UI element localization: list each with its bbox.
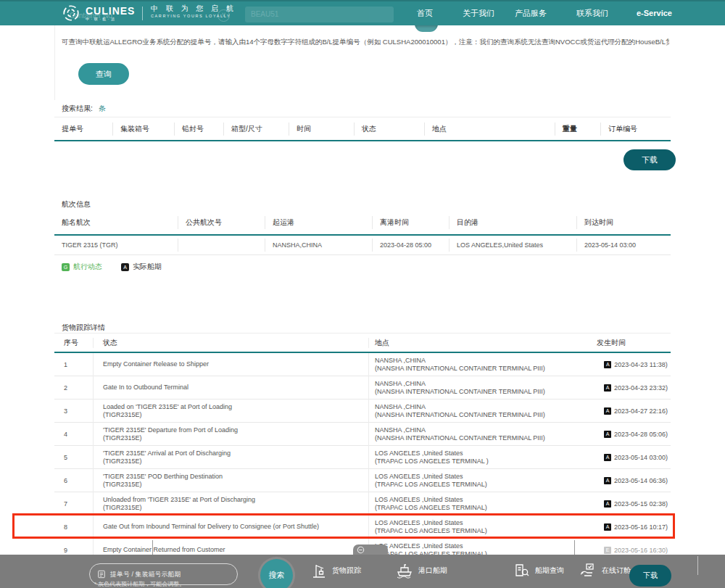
event-location: LOS ANGELES ,United States [375,519,597,527]
event-location-line2: (NANSHA INTERNATIONAL CONTAINER TERMINAL… [375,388,597,396]
pod-value: LOS ANGELES,United States [449,239,576,252]
schedule-type-icon: A [604,384,611,392]
event-status-line2: (TIGR2315E) [103,411,368,419]
row-seq: 6 [64,477,93,484]
tool-cargo-tracking-label: 货物跟踪 [332,566,361,576]
event-status: Gate In to Outbound Terminal [103,384,368,392]
col-vessel-voyage: 船名航次 [54,216,178,229]
culines-knot-icon [62,4,80,22]
event-location-line2: (NANSHA INTERNATIONAL CONTAINER TERMINAL… [375,411,597,419]
download-button-bottom[interactable]: 下载 [629,565,671,587]
col-pod: 目的港 [449,216,576,229]
actual-schedule-icon: A [121,263,129,271]
event-location: LOS ANGELES ,United States [375,450,597,457]
event-location: NANSHA ,CHINA [375,357,597,365]
slogan: 中 联 为 您 启 航 CARRYING YOURS LOYALLY [151,5,236,19]
schedule-type-icon: A [604,500,611,508]
event-location-line2: (NANSHA INTERNATIONAL CONTAINER TERMINAL… [375,365,597,373]
event-time: 2023-05-14 03:00) [614,454,668,461]
booking-icon [579,562,597,579]
row-seq: 9 [64,547,93,554]
col-type-size: 箱型/尺寸 [223,123,289,136]
tracking-row: 5 'TIGER 2315E' Arrival at Port of Disch… [54,446,671,469]
voyage-table-header: 船名航次 公共航次号 起运港 离港时间 目的港 到达时间 [54,211,671,236]
event-location-line2: (TRAPAC LOS ANGELES TERMINAL) [375,504,597,512]
event-time: 2023-05-15 02:38) [614,500,668,508]
nav-home[interactable]: 首页 [417,1,433,25]
page: Container No. ∨ BEAU51 CULINES 中·联·航·运 中… [0,0,725,588]
event-time: 2023-05-16 16:30) [614,547,668,554]
nav-contact[interactable]: 联系我们 [576,1,608,25]
brand-sub: 中·联·航·运 [86,17,135,21]
toolbar-divider [697,556,698,575]
quick-search-button[interactable]: 搜索 [260,559,293,588]
event-status: Unloaded from 'TIGER 2315E' at Port of D… [103,496,368,504]
tool-cargo-tracking[interactable]: 货物跟踪 [310,562,361,579]
col-event-location: 地点 [368,338,597,348]
col-eta: 到达时间 [576,216,671,229]
row-seq: 8 [64,523,93,531]
row-seq: 3 [64,407,93,415]
schedule-search-icon [513,562,531,579]
event-location: LOS ANGELES ,United States [375,542,597,550]
tracking-row: 2 Gate In to Outbound Terminal NANSHA ,C… [54,376,671,399]
event-location: NANSHA ,CHINA [375,426,597,434]
tracking-row: 3 Loaded on 'TIGER 2315E' at Port of Loa… [54,399,671,423]
col-time: 时间 [289,123,354,136]
event-status: Empty Container Returned from Customer [103,546,368,554]
document-icon [97,570,106,579]
collapse-minus-icon [357,546,365,554]
schedule-type-icon: A [604,361,611,368]
legend-actual-schedule: A 实际船期 [121,262,162,272]
tool-port-schedule[interactable]: 港口船期 [395,562,447,579]
col-seal-no: 铅封号 [174,123,223,136]
col-container-no: 集装箱号 [112,123,174,136]
brand-block: CULINES 中·联·航·运 [86,6,135,21]
nav-about[interactable]: 关于我们 [463,1,494,25]
event-status: 'TIGER 2315E' Arrival at Port of Dischar… [103,450,368,457]
tracking-row: 1 Empty Container Release to Shipper NAN… [54,353,671,376]
tool-online-booking-label: 在线订舱 [602,566,631,576]
nav-products[interactable]: 产品服务 [515,1,547,25]
crane-icon [310,562,328,579]
event-location: NANSHA ,CHINA [375,403,597,411]
event-status-line2: (TIGR2315E) [103,457,368,465]
voyage-row: TIGER 2315 (TGR) NANSHA,CHINA 2023-04-28… [54,236,671,255]
col-order-no: 订单编号 [600,123,671,136]
brand-name: CULINES [86,6,135,16]
col-status: 状态 [354,123,424,136]
tool-online-booking[interactable]: 在线订舱 [579,562,631,579]
sailing-status-icon: G [62,263,70,271]
etd-value: 2023-04-28 05:00 [372,239,449,252]
event-status-line2: (TIGR2315E) [103,481,368,489]
download-button[interactable]: 下载 [624,149,676,170]
results-count-unit[interactable]: 条 [99,104,106,112]
tracking-section-title: 货物跟踪详情 [62,323,105,333]
schedule-type-icon: A [604,407,611,415]
tracking-table: 序号 状态 地点 发生时间 1 Empty Container Release … [54,333,671,562]
row-seq: 1 [64,361,93,368]
legend-sailing-status[interactable]: G 航行动态 [62,262,102,272]
tracking-row: 4 'TIGER 2315E' Departure from Port of L… [54,423,671,446]
tool-schedule-search[interactable]: 船期查询 [513,562,564,579]
row-seq: 5 [64,454,93,461]
logo[interactable]: CULINES 中·联·航·运 [62,4,135,22]
content-left-edge [54,25,55,100]
legend: G 航行动态 A 实际船期 [62,262,162,272]
tracking-body: 1 Empty Container Release to Shipper NAN… [54,353,671,562]
schedule-type-icon: A [604,431,611,438]
nav-eservice[interactable]: e-Service [637,1,672,25]
toolbar-collapse-tab[interactable] [353,544,388,555]
query-button[interactable]: 查询 [78,63,129,85]
col-seq: 序号 [54,338,93,348]
event-status: 'TIGER 2315E' Departure from Port of Loa… [103,426,368,434]
divider-line [574,540,575,555]
search-instructions: 可查询中联航运ALLEGRO业务系统分配的提单号，请输入由14个字母数字字符组成… [62,38,669,47]
divider-line [152,540,153,555]
slogan-en: CARRYING YOURS LOYALLY [151,15,236,19]
results-label-text: 搜索结果: [62,104,93,112]
event-time: 2023-05-16 10:17) [614,523,668,531]
common-voyage-no-value [178,239,265,252]
col-location: 地点 [424,123,555,136]
event-location: NANSHA ,CHINA [375,380,597,388]
